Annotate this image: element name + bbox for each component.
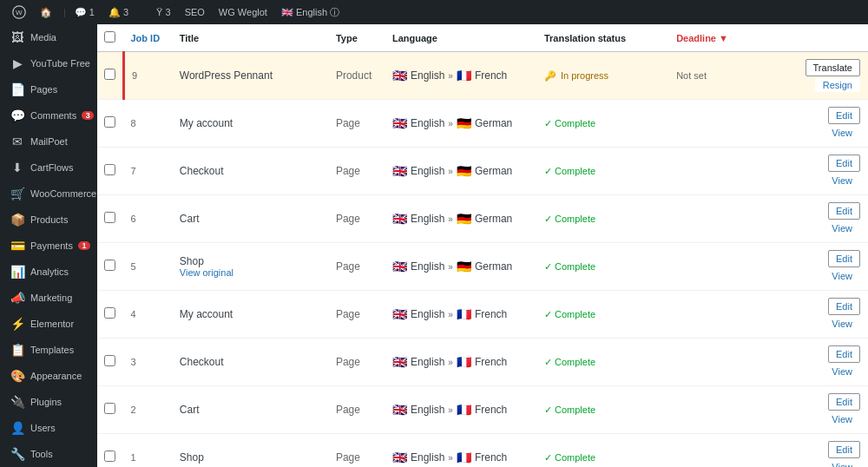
select-all-checkbox[interactable] [104, 31, 115, 43]
language-cell: 🇬🇧English»🇫🇷French [385, 386, 537, 434]
row-checkbox[interactable] [104, 260, 115, 271]
sidebar-item-plugins[interactable]: 🔌 Plugins [0, 389, 97, 415]
view-button[interactable]: View [824, 126, 860, 140]
woocommerce-icon: 🛒 [10, 187, 25, 201]
sidebar-item-templates[interactable]: 📋 Templates [0, 337, 97, 363]
seo-item[interactable]: SEO [180, 7, 210, 17]
type-cell: Page [329, 434, 385, 468]
status-cell: ✓ Complete [537, 434, 669, 468]
language-cell: 🇬🇧English»🇫🇷French [385, 434, 537, 468]
row-checkbox[interactable] [104, 212, 115, 223]
sidebar-item-pages[interactable]: 📄 Pages [0, 76, 97, 102]
status-cell: ✓ Complete [537, 386, 669, 434]
table-row: 7CheckoutPage🇬🇧English»🇩🇪German✓ Complet… [97, 148, 868, 195]
edit-button[interactable]: Edit [828, 393, 860, 411]
weglot-item[interactable]: WG Weglot [214, 7, 273, 17]
status-cell: ✓ Complete [537, 148, 669, 195]
sidebar-item-woocommerce[interactable]: 🛒 WooCommerce [0, 181, 97, 207]
english-item[interactable]: 🇬🇧 English ⓘ [276, 6, 345, 19]
sidebar-item-elementor[interactable]: ⚡ Elementor [0, 311, 97, 337]
job-id-cell: 5 [124, 243, 173, 291]
view-button[interactable]: View [824, 221, 860, 235]
sidebar-item-cartflows[interactable]: ⬇ CartFlows [0, 155, 97, 181]
sidebar-item-marketing[interactable]: 📣 Marketing [0, 285, 97, 311]
view-button[interactable]: View [824, 412, 860, 426]
deadline-cell [669, 386, 744, 434]
action-cell: EditView [744, 434, 868, 468]
status-column-header: Translation status [537, 24, 669, 52]
edit-button[interactable]: Edit [828, 441, 860, 458]
table-row: 4My accountPage🇬🇧English»🇫🇷French✓ Compl… [97, 291, 868, 339]
status-cell: ✓ Complete [537, 100, 669, 148]
type-cell: Page [329, 339, 385, 386]
sidebar-item-media[interactable]: 🖼 Media [0, 24, 97, 50]
view-button[interactable]: View [824, 365, 860, 378]
edit-button[interactable]: Edit [828, 107, 860, 124]
deadline-column-header[interactable]: Deadline ▼ [669, 24, 744, 52]
title-cell: ShopView original [173, 243, 329, 291]
edit-button[interactable]: Edit [828, 345, 860, 363]
updates-item[interactable]: 🔔 3 [103, 7, 134, 18]
title-cell: Checkout [173, 339, 329, 386]
deadline-cell: Not set [669, 52, 744, 100]
type-cell: Page [329, 148, 385, 195]
status-cell: 🔑 In progress [537, 52, 669, 100]
sidebar-item-analytics[interactable]: 📊 Analytics [0, 259, 97, 285]
table-row: 9WordPress PennantProduct🇬🇧English»🇫🇷Fre… [97, 52, 868, 100]
deadline-cell [669, 243, 744, 291]
sidebar-item-tools[interactable]: 🔧 Tools [0, 441, 97, 467]
row-checkbox[interactable] [104, 451, 115, 462]
view-original-link[interactable]: View original [180, 267, 322, 278]
edit-button[interactable]: Edit [828, 250, 860, 267]
view-button[interactable]: View [824, 174, 860, 187]
sidebar-item-mailpoet[interactable]: ✉ MailPoet [0, 128, 97, 155]
action-cell: EditView [744, 148, 868, 195]
mailpoet-icon: ✉ [10, 135, 25, 148]
title-cell: WordPress Pennant [173, 52, 329, 100]
row-checkbox[interactable] [104, 164, 115, 175]
job-id-column-header[interactable]: Job ID [124, 24, 173, 52]
job-id-cell: 3 [124, 339, 173, 386]
sidebar-item-appearance[interactable]: 🎨 Appearance [0, 363, 97, 389]
wp-logo-item[interactable]: W [7, 5, 31, 19]
youtube-icon: ▶ [10, 56, 25, 70]
title-cell: Checkout [173, 148, 329, 195]
action-cell: EditView [744, 386, 868, 434]
edit-button[interactable]: Edit [828, 298, 860, 315]
sidebar-item-users[interactable]: 👤 Users [0, 415, 97, 441]
deadline-cell [669, 434, 744, 468]
title-cell: My account [173, 100, 329, 148]
payments-icon: 💳 [10, 239, 25, 253]
row-checkbox[interactable] [104, 403, 115, 414]
yoast-item[interactable]: Ÿ 3 [151, 7, 176, 17]
media-icon: 🖼 [10, 30, 25, 44]
sidebar-item-youtube-free[interactable]: ▶ YouTube Free [0, 50, 97, 76]
sidebar-item-payments[interactable]: 💳 Payments 1 [0, 233, 97, 259]
action-cell: EditView [744, 291, 868, 339]
view-button[interactable]: View [824, 269, 860, 283]
title-cell: Cart [173, 195, 329, 243]
view-button[interactable]: View [824, 317, 860, 331]
sidebar-item-comments[interactable]: 💬 Comments 3 [0, 102, 97, 128]
edit-button[interactable]: Edit [828, 202, 860, 220]
language-cell: 🇬🇧English»🇩🇪German [385, 243, 537, 291]
admin-bar: W 🏠 | 💬 1 🔔 3 Ÿ 3 SEO WG Weglot 🇬🇧 Engli… [0, 0, 868, 24]
type-cell: Product [329, 52, 385, 100]
job-id-cell: 9 [124, 52, 173, 100]
view-button[interactable]: View [824, 460, 860, 467]
title-column-header: Title [173, 24, 329, 52]
title-cell: Shop [173, 434, 329, 468]
comments-item[interactable]: 💬 1 [69, 7, 100, 18]
translate-button[interactable]: Translate [806, 59, 860, 76]
main-content: Job ID Title Type Language Translation s… [97, 24, 868, 467]
deadline-cell [669, 339, 744, 386]
sidebar-item-products[interactable]: 📦 Products [0, 207, 97, 233]
row-checkbox[interactable] [104, 116, 115, 128]
edit-button[interactable]: Edit [828, 155, 860, 172]
resign-button[interactable]: Resign [815, 78, 860, 92]
site-name-item[interactable]: 🏠 [35, 7, 60, 18]
row-checkbox[interactable] [104, 355, 115, 366]
row-checkbox[interactable] [104, 307, 115, 319]
job-id-cell: 2 [124, 386, 173, 434]
row-checkbox[interactable] [104, 69, 115, 80]
